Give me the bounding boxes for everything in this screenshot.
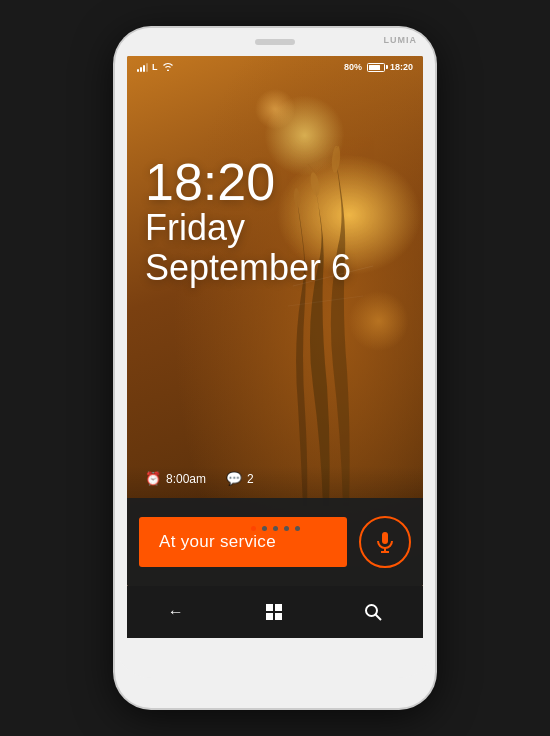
signal-bar-2: [140, 67, 142, 72]
clock-area: 18:20 Friday September 6: [145, 156, 351, 287]
message-notification: 💬 2: [226, 471, 254, 486]
svg-rect-14: [266, 613, 273, 620]
dot-3[interactable]: [273, 526, 278, 531]
phone-navigation: ←: [127, 586, 423, 638]
dot-4[interactable]: [284, 526, 289, 531]
svg-point-16: [366, 605, 377, 616]
battery-percent: 80%: [344, 62, 362, 72]
alarm-icon: ⏰: [145, 471, 161, 486]
clock-time: 18:20: [145, 156, 351, 208]
wifi-icon: [162, 61, 174, 73]
back-button[interactable]: ←: [152, 595, 200, 629]
message-icon: 💬: [226, 471, 242, 486]
page-dots: [127, 526, 423, 531]
signal-bar-4: [146, 63, 148, 72]
signal-bars: [137, 62, 148, 72]
status-time: 18:20: [390, 62, 413, 72]
status-right: 80% 18:20: [344, 62, 413, 72]
svg-line-17: [376, 615, 382, 621]
phone-bottom-bar: [115, 638, 435, 678]
signal-bar-1: [137, 69, 139, 72]
svg-rect-13: [275, 604, 282, 611]
clock-date: September 6: [145, 248, 351, 288]
svg-rect-12: [266, 604, 273, 611]
signal-bar-3: [143, 65, 145, 72]
search-button[interactable]: [348, 595, 398, 629]
phone-device: LUMIA: [115, 28, 435, 708]
mic-icon: [373, 530, 397, 554]
alarm-time: 8:00am: [166, 472, 206, 486]
message-count: 2: [247, 472, 254, 486]
status-left: L: [137, 61, 174, 73]
svg-line-8: [288, 296, 363, 306]
phone-screen: L 80% 18:20: [127, 56, 423, 586]
dot-5[interactable]: [295, 526, 300, 531]
notifications-row: ⏰ 8:00am 💬 2: [145, 471, 254, 486]
alarm-notification: ⏰ 8:00am: [145, 471, 206, 486]
mic-button[interactable]: [359, 516, 411, 568]
dot-1[interactable]: [251, 526, 256, 531]
home-button[interactable]: [249, 595, 299, 629]
dot-2[interactable]: [262, 526, 267, 531]
battery-icon: [367, 63, 385, 72]
svg-rect-15: [275, 613, 282, 620]
status-bar: L 80% 18:20: [127, 56, 423, 78]
svg-rect-9: [382, 532, 388, 544]
brand-label: LUMIA: [384, 35, 418, 45]
phone-top-bar: LUMIA: [115, 28, 435, 56]
speaker-grille: [255, 39, 295, 45]
network-label: L: [152, 62, 158, 72]
service-button[interactable]: At your service: [139, 517, 347, 567]
screen-bottom-bar: At your service: [127, 498, 423, 586]
clock-day: Friday: [145, 208, 351, 248]
